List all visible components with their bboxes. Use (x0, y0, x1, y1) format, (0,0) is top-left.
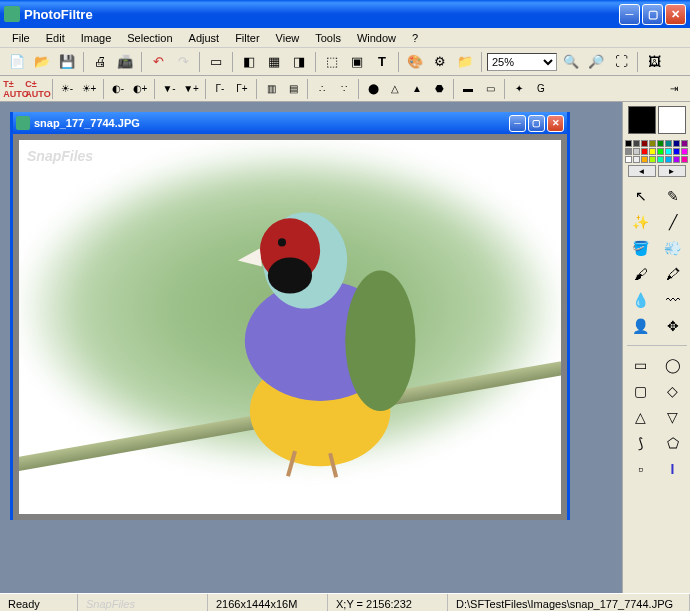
menu-tools[interactable]: Tools (307, 30, 349, 46)
text-icon[interactable]: T (371, 51, 393, 73)
sharpen-icon[interactable]: △ (385, 80, 405, 98)
doc-minimize-button[interactable]: ─ (509, 115, 526, 132)
palette-prev-button[interactable]: ◄ (628, 165, 656, 177)
palette-swatch[interactable] (657, 148, 664, 155)
smudge-tool[interactable]: 〰 (659, 289, 687, 311)
text-select-tool[interactable]: I (659, 458, 687, 480)
contrast-minus-icon[interactable]: ◐- (108, 80, 128, 98)
menu-file[interactable]: File (4, 30, 38, 46)
blur-icon[interactable]: ⬤ (363, 80, 383, 98)
wand-tool[interactable]: ✨ (627, 211, 655, 233)
palette-swatch[interactable] (665, 148, 672, 155)
palette-swatch[interactable] (641, 140, 648, 147)
roundrect-select-tool[interactable]: ▢ (627, 380, 655, 402)
undo-icon[interactable]: ↶ (147, 51, 169, 73)
sat-minus-icon[interactable]: ▼- (159, 80, 179, 98)
blur-tool[interactable]: 💧 (627, 289, 655, 311)
diamond-select-tool[interactable]: ◇ (659, 380, 687, 402)
palette-swatch[interactable] (625, 156, 632, 163)
triangle2-select-tool[interactable]: ▽ (659, 406, 687, 428)
scroll-tool[interactable]: ✥ (659, 315, 687, 337)
palette-swatch[interactable] (641, 148, 648, 155)
maximize-button[interactable]: ▢ (642, 4, 663, 25)
lasso-tool[interactable]: ⟆ (627, 432, 655, 454)
foreground-color[interactable] (628, 106, 656, 134)
gamma-plus-icon[interactable]: Γ+ (232, 80, 252, 98)
palette-swatch[interactable] (681, 156, 688, 163)
dust-icon[interactable]: ∴ (312, 80, 332, 98)
grayscale-icon[interactable]: ◧ (238, 51, 260, 73)
doc-close-button[interactable]: ✕ (547, 115, 564, 132)
settings-icon[interactable]: ⚙ (429, 51, 451, 73)
hideshow-icon[interactable]: ⇥ (664, 80, 684, 98)
eyedropper-tool[interactable]: ✎ (659, 185, 687, 207)
line-tool[interactable]: ╱ (659, 211, 687, 233)
palette-swatch[interactable] (681, 148, 688, 155)
fullscreen-icon[interactable]: 🖼 (643, 51, 665, 73)
rgb-icon[interactable]: ▦ (263, 51, 285, 73)
module-icon[interactable]: 🎨 (404, 51, 426, 73)
palette-swatch[interactable] (657, 140, 664, 147)
document-viewport[interactable]: SnapFiles (13, 134, 567, 520)
color-palette[interactable] (625, 140, 688, 163)
minimize-button[interactable]: ─ (619, 4, 640, 25)
clone-tool[interactable]: 👤 (627, 315, 655, 337)
palette-next-button[interactable]: ► (658, 165, 686, 177)
menu-window[interactable]: Window (349, 30, 404, 46)
bright-minus-icon[interactable]: ☀- (57, 80, 77, 98)
gamma-minus-icon[interactable]: Γ- (210, 80, 230, 98)
autolevels-icon[interactable]: T±AUTO (6, 80, 26, 98)
antidust-icon[interactable]: ∵ (334, 80, 354, 98)
print-icon[interactable]: 🖨 (89, 51, 111, 73)
fit-icon[interactable]: ⛶ (610, 51, 632, 73)
posterize-icon[interactable]: ▤ (283, 80, 303, 98)
sharpmore-icon[interactable]: ▲ (407, 80, 427, 98)
contrast-plus-icon[interactable]: ◐+ (130, 80, 150, 98)
palette-swatch[interactable] (625, 148, 632, 155)
browse-icon[interactable]: 📁 (454, 51, 476, 73)
background-color[interactable] (658, 106, 686, 134)
invert-icon[interactable]: ◨ (288, 51, 310, 73)
close-button[interactable]: ✕ (665, 4, 686, 25)
save-icon[interactable]: 💾 (56, 51, 78, 73)
polygon-tool[interactable]: ⬠ (659, 432, 687, 454)
bright-plus-icon[interactable]: ☀+ (79, 80, 99, 98)
node-tool[interactable]: ▫ (627, 458, 655, 480)
palette-swatch[interactable] (665, 156, 672, 163)
palette-swatch[interactable] (633, 140, 640, 147)
palette-swatch[interactable] (649, 140, 656, 147)
sat-plus-icon[interactable]: ▼+ (181, 80, 201, 98)
palette-swatch[interactable] (673, 140, 680, 147)
menu-view[interactable]: View (268, 30, 308, 46)
variation-icon[interactable]: ▬ (458, 80, 478, 98)
mdi-area[interactable]: snap_177_7744.JPG ─ ▢ ✕ SnapFiles (0, 102, 622, 593)
redo-icon[interactable]: ↷ (172, 51, 194, 73)
spray-tool[interactable]: 💨 (659, 237, 687, 259)
triangle-select-tool[interactable]: △ (627, 406, 655, 428)
menu-image[interactable]: Image (73, 30, 120, 46)
palette-swatch[interactable] (625, 140, 632, 147)
palette-swatch[interactable] (681, 140, 688, 147)
rect-select-tool[interactable]: ▭ (627, 354, 655, 376)
advbrush-tool[interactable]: 🖍 (659, 263, 687, 285)
menu-help[interactable]: ? (404, 30, 426, 46)
palette-swatch[interactable] (673, 148, 680, 155)
new-icon[interactable]: 📄 (6, 51, 28, 73)
palette-swatch[interactable] (633, 156, 640, 163)
palette-swatch[interactable] (641, 156, 648, 163)
brush-tool[interactable]: 🖌 (627, 263, 655, 285)
menu-filter[interactable]: Filter (227, 30, 267, 46)
selection-icon[interactable]: ▭ (205, 51, 227, 73)
gradient-icon[interactable]: ▭ (480, 80, 500, 98)
canvas-icon[interactable]: ▣ (346, 51, 368, 73)
ellipse-select-tool[interactable]: ◯ (659, 354, 687, 376)
palette-swatch[interactable] (665, 140, 672, 147)
menu-edit[interactable]: Edit (38, 30, 73, 46)
imagesize-icon[interactable]: ⬚ (321, 51, 343, 73)
photomask-icon[interactable]: ✦ (509, 80, 529, 98)
menu-adjust[interactable]: Adjust (181, 30, 228, 46)
fill-tool[interactable]: 🪣 (627, 237, 655, 259)
doc-maximize-button[interactable]: ▢ (528, 115, 545, 132)
palette-swatch[interactable] (649, 148, 656, 155)
image-canvas[interactable]: SnapFiles (19, 140, 561, 514)
